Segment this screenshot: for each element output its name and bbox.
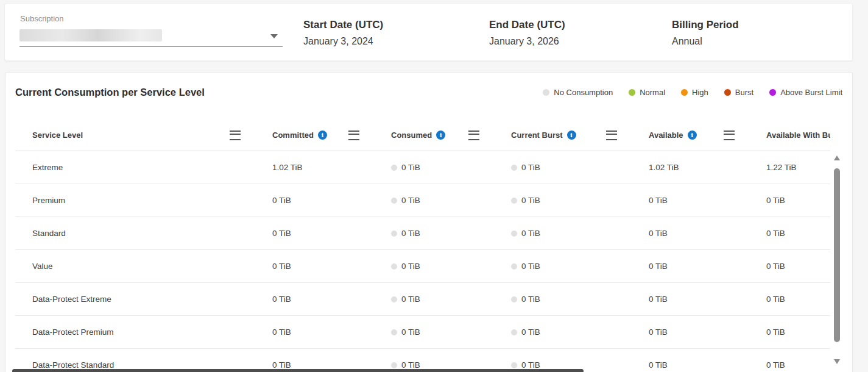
cell-consumed: 0 TiB (391, 196, 511, 205)
table-row: Extreme 1.02 TiB 0 TiB 0 TiB 1.02 TiB 1.… (15, 151, 830, 184)
cell-consumed: 0 TiB (391, 295, 511, 304)
subscription-value-redacted (19, 29, 162, 41)
legend-item: Normal (629, 88, 665, 97)
cell-committed: 0 TiB (272, 360, 391, 370)
column-header-available: Available i (649, 131, 766, 140)
cell-current-burst: 0 TiB (511, 262, 649, 271)
cell-consumed: 0 TiB (391, 229, 511, 238)
cell-current-burst: 0 TiB (511, 360, 649, 370)
subscription-header-bar: Subscription Start Date (UTC) January 3,… (4, 3, 853, 61)
no-consumption-dot-icon (391, 263, 397, 270)
cell-consumed: 0 TiB (391, 163, 511, 172)
cell-available: 0 TiB (649, 196, 766, 205)
cell-consumed: 0 TiB (391, 327, 511, 337)
info-icon[interactable]: i (436, 131, 445, 140)
column-header-current-burst: Current Burst i (511, 131, 649, 140)
legend-dot-icon (681, 89, 688, 96)
legend-dot-icon (724, 89, 731, 96)
legend-item: High (681, 88, 708, 97)
billing-period-field: Billing Period Annual (672, 18, 739, 48)
cell-available-with-burst: 0 TiB (766, 295, 830, 304)
end-date-label: End Date (UTC) (489, 18, 565, 32)
no-consumption-dot-icon (391, 362, 397, 368)
cell-available-with-burst: 0 TiB (766, 327, 830, 337)
cell-committed: 1.02 TiB (272, 163, 391, 172)
legend-label: Normal (640, 88, 665, 97)
table-row: Premium 0 TiB 0 TiB 0 TiB 0 TiB 0 TiB (15, 184, 830, 217)
billing-period-value: Annual (672, 35, 739, 48)
cell-service-level: Extreme (32, 163, 272, 172)
cell-committed: 0 TiB (272, 229, 391, 238)
no-consumption-dot-icon (511, 362, 517, 368)
chevron-down-icon[interactable] (270, 34, 278, 38)
no-consumption-dot-icon (391, 231, 397, 237)
cell-service-level: Value (32, 262, 272, 271)
column-header-available-with-burst: Available With Burst (766, 131, 830, 140)
cell-committed: 0 TiB (272, 295, 391, 304)
start-date-value: January 3, 2024 (303, 35, 383, 48)
horizontal-scrollbar-thumb[interactable] (12, 369, 584, 372)
end-date-field: End Date (UTC) January 3, 2026 (489, 18, 565, 48)
column-menu-icon[interactable] (724, 131, 735, 140)
cell-service-level: Data-Protect Standard (32, 360, 272, 370)
cell-committed: 0 TiB (272, 327, 391, 337)
cell-available: 0 TiB (649, 327, 766, 337)
cell-committed: 0 TiB (272, 262, 391, 271)
table-body: Extreme 1.02 TiB 0 TiB 0 TiB 1.02 TiB 1.… (15, 151, 830, 372)
card-header: Current Consumption per Service Level No… (15, 85, 842, 99)
cell-available: 1.02 TiB (649, 163, 766, 172)
legend-item: No Consumption (543, 88, 613, 97)
cell-available: 0 TiB (649, 295, 766, 304)
subscription-dropdown-underline (19, 46, 283, 47)
cell-current-burst: 0 TiB (511, 196, 649, 205)
column-header-committed: Committed i (272, 131, 391, 140)
table-row: Value 0 TiB 0 TiB 0 TiB 0 TiB 0 TiB (15, 250, 830, 283)
start-date-field: Start Date (UTC) January 3, 2024 (303, 18, 383, 48)
column-menu-icon[interactable] (468, 131, 479, 140)
page-title: Current Consumption per Service Level (15, 87, 205, 98)
info-icon[interactable]: i (318, 131, 327, 140)
legend-label: High (692, 88, 708, 97)
table-row: Standard 0 TiB 0 TiB 0 TiB 0 TiB 0 TiB (15, 217, 830, 250)
start-date-label: Start Date (UTC) (303, 18, 383, 32)
consumption-card: Current Consumption per Service Level No… (5, 72, 853, 372)
legend-label: Burst (735, 88, 753, 97)
scroll-down-icon[interactable] (834, 359, 840, 364)
subscription-dropdown[interactable] (19, 26, 283, 47)
cell-committed: 0 TiB (272, 196, 391, 205)
end-date-value: January 3, 2026 (489, 35, 565, 48)
cell-available-with-burst: 0 TiB (766, 360, 830, 370)
no-consumption-dot-icon (511, 231, 517, 237)
vertical-scrollbar-thumb[interactable] (834, 168, 840, 342)
cell-available: 0 TiB (649, 360, 766, 370)
column-header-service-level: Service Level (32, 131, 272, 140)
cell-current-burst: 0 TiB (511, 295, 649, 304)
consumption-legend: No ConsumptionNormalHighBurstAbove Burst… (543, 88, 842, 97)
cell-available: 0 TiB (649, 262, 766, 271)
cell-available-with-burst: 1.22 TiB (766, 163, 830, 172)
legend-dot-icon (769, 89, 776, 96)
info-icon[interactable]: i (567, 131, 576, 140)
vertical-scrollbar[interactable] (833, 154, 841, 367)
column-menu-icon[interactable] (348, 131, 359, 140)
info-icon[interactable]: i (688, 131, 697, 140)
no-consumption-dot-icon (511, 263, 517, 270)
legend-label: No Consumption (554, 88, 613, 97)
column-header-consumed: Consumed i (391, 131, 511, 140)
no-consumption-dot-icon (391, 198, 397, 204)
column-menu-icon[interactable] (230, 131, 241, 140)
scroll-up-icon[interactable] (834, 156, 840, 160)
consumption-table: Service Level Committed i Consumed i Cur… (15, 120, 830, 372)
cell-current-burst: 0 TiB (511, 163, 649, 172)
column-menu-icon[interactable] (606, 131, 617, 140)
table-header-row: Service Level Committed i Consumed i Cur… (15, 120, 830, 151)
no-consumption-dot-icon (511, 296, 517, 302)
cell-service-level: Premium (32, 196, 272, 205)
cell-consumed: 0 TiB (391, 262, 511, 271)
legend-dot-icon (629, 89, 635, 96)
no-consumption-dot-icon (511, 329, 517, 335)
table-row: Data-Protect Extreme 0 TiB 0 TiB 0 TiB 0… (15, 283, 830, 316)
legend-item: Above Burst Limit (769, 88, 842, 97)
table-row: Data-Protect Premium 0 TiB 0 TiB 0 TiB 0… (15, 316, 830, 349)
no-consumption-dot-icon (391, 296, 397, 302)
